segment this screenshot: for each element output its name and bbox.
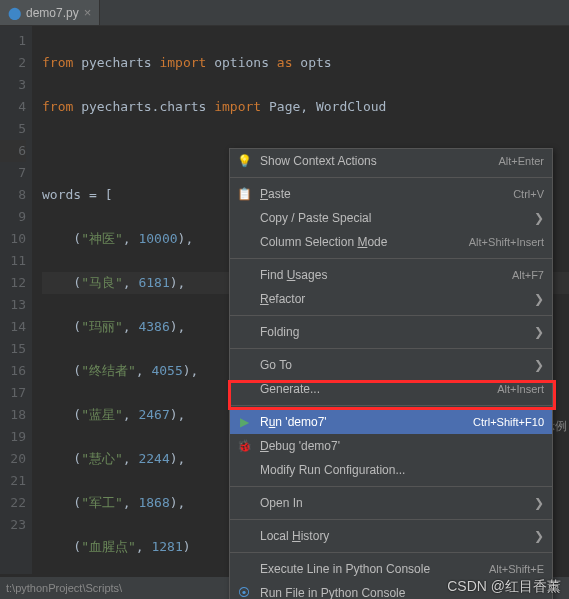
menu-separator [230,315,552,316]
menu-separator [230,486,552,487]
menu-separator [230,177,552,178]
chevron-right-icon: ❯ [534,325,544,339]
status-path: t:\pythonProject\Scripts\ [6,582,122,594]
menu-separator [230,405,552,406]
bug-icon: 🐞 [237,439,251,453]
menu-local-history[interactable]: Local History ❯ [230,524,552,548]
menu-separator [230,258,552,259]
python-icon: ⦿ [237,586,251,599]
menu-folding[interactable]: Folding ❯ [230,320,552,344]
menu-open-in[interactable]: Open In ❯ [230,491,552,515]
menu-separator [230,519,552,520]
menu-paste[interactable]: 📋 Paste Ctrl+V [230,182,552,206]
watermark: CSDN @红目香薰 [447,578,561,596]
line-number-gutter: 12345 6 789101112 131415161718 192021222… [0,26,32,574]
menu-run[interactable]: ▶ Run 'demo7' Ctrl+Shift+F10 [230,410,552,434]
menu-generate[interactable]: Generate... Alt+Insert [230,377,552,401]
chevron-right-icon: ❯ [534,529,544,543]
menu-modify-run-config[interactable]: Modify Run Configuration... [230,458,552,482]
chevron-right-icon: ❯ [534,496,544,510]
play-icon: ▶ [237,415,251,429]
tab-bar: ⬤ demo7.py × [0,0,569,26]
chevron-right-icon: ❯ [534,292,544,306]
menu-column-selection[interactable]: Column Selection Mode Alt+Shift+Insert [230,230,552,254]
bulb-icon: 💡 [237,154,251,168]
menu-debug[interactable]: 🐞 Debug 'demo7' [230,434,552,458]
menu-show-context-actions[interactable]: 💡 Show Context Actions Alt+Enter [230,149,552,173]
file-tab-demo7[interactable]: ⬤ demo7.py × [0,0,100,25]
menu-goto[interactable]: Go To ❯ [230,353,552,377]
close-icon[interactable]: × [84,5,92,20]
menu-copy-paste-special[interactable]: Copy / Paste Special ❯ [230,206,552,230]
chevron-right-icon: ❯ [534,358,544,372]
menu-refactor[interactable]: Refactor ❯ [230,287,552,311]
menu-separator [230,552,552,553]
menu-find-usages[interactable]: Find Usages Alt+F7 [230,263,552,287]
menu-separator [230,348,552,349]
python-file-icon: ⬤ [8,6,21,20]
tab-filename: demo7.py [26,6,79,20]
paste-icon: 📋 [237,187,251,201]
editor-context-menu: 💡 Show Context Actions Alt+Enter 📋 Paste… [229,148,553,599]
chevron-right-icon: ❯ [534,211,544,225]
